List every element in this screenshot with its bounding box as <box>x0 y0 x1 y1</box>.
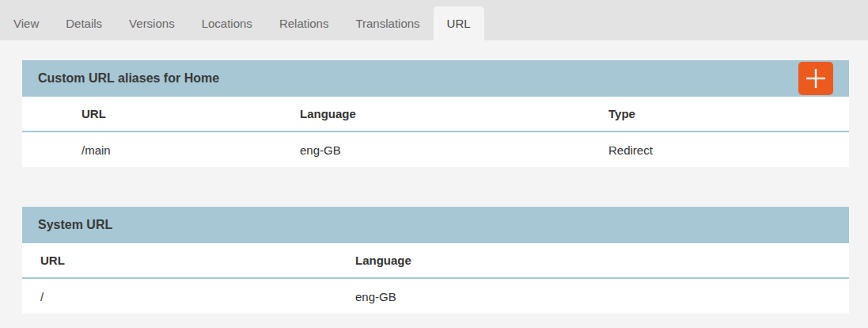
content-tab-bar: View Details Versions Locations Relation… <box>0 0 868 40</box>
tab-locations[interactable]: Locations <box>188 6 266 40</box>
table-header-row: URL Language Type <box>22 97 849 132</box>
language-cell: eng-GB <box>337 278 849 314</box>
custom-url-aliases-panel: Custom URL aliases for Home URL Language… <box>22 60 849 167</box>
checkbox-cell <box>22 132 63 167</box>
add-url-alias-button[interactable] <box>798 62 833 95</box>
url-cell: /main <box>63 132 282 167</box>
language-cell: eng-GB <box>282 132 590 167</box>
url-cell: / <box>22 278 337 314</box>
column-header-url: URL <box>63 97 282 132</box>
tab-details[interactable]: Details <box>52 6 116 40</box>
checkbox-column-header <box>22 97 63 132</box>
custom-url-aliases-header: Custom URL aliases for Home <box>22 60 849 97</box>
system-url-header: System URL <box>22 207 849 243</box>
system-url-panel: System URL URL Language / eng-GB <box>22 207 849 314</box>
type-cell: Redirect <box>590 132 849 167</box>
system-url-title: System URL <box>38 218 833 232</box>
system-url-table: URL Language / eng-GB <box>22 243 849 314</box>
custom-url-aliases-title: Custom URL aliases for Home <box>38 71 798 86</box>
custom-url-aliases-table: URL Language Type /main eng-GB Redirect <box>22 97 849 167</box>
column-header-type: Type <box>590 97 849 132</box>
column-header-language: Language <box>337 243 849 278</box>
tab-url[interactable]: URL <box>434 6 484 40</box>
plus-icon <box>805 68 826 89</box>
tab-relations[interactable]: Relations <box>266 6 343 40</box>
table-row: / eng-GB <box>22 278 849 314</box>
tab-view[interactable]: View <box>0 6 52 40</box>
tab-translations[interactable]: Translations <box>342 6 433 40</box>
table-header-row: URL Language <box>22 243 849 278</box>
column-header-language: Language <box>282 97 590 132</box>
column-header-url: URL <box>22 243 337 278</box>
table-row: /main eng-GB Redirect <box>22 132 849 167</box>
tab-versions[interactable]: Versions <box>116 6 188 40</box>
